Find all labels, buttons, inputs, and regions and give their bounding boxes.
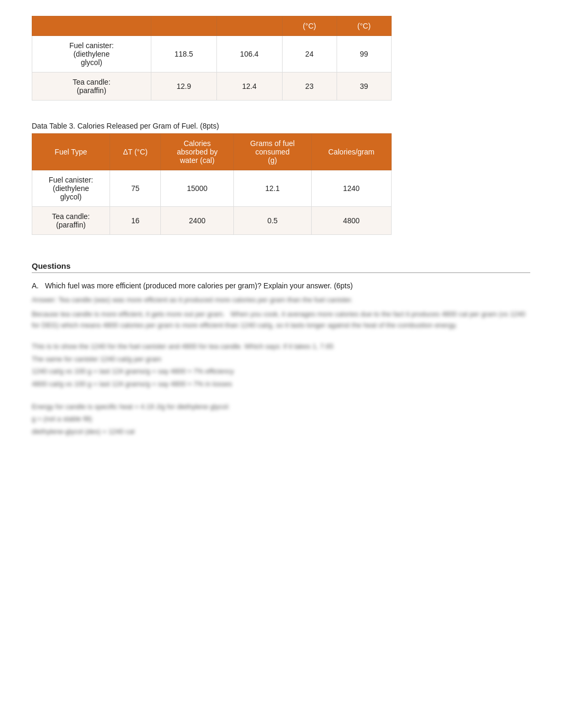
table-row: Fuel canister:(diethyleneglycol) 118.5 1… xyxy=(32,36,392,72)
table1-header-2 xyxy=(216,16,282,36)
table2-header-2: Caloriesabsorbed bywater (cal) xyxy=(161,134,234,170)
table2-cell-1-0: Tea candle:(paraffin) xyxy=(32,207,110,235)
table1-header-0 xyxy=(32,16,151,36)
table-row: Tea candle:(paraffin) 12.9 12.4 23 39 xyxy=(32,72,392,101)
table1-cell-0-4: 99 xyxy=(337,36,391,72)
table1-cell-1-3: 23 xyxy=(282,72,337,101)
table2-header-0: Fuel Type xyxy=(32,134,110,170)
blurred-calculations-2: Energy for candle is specific heat = 4.1… xyxy=(32,401,530,438)
table-row: Tea candle:(paraffin) 16 2400 0.5 4800 xyxy=(32,207,392,235)
table2-cell-0-3: 12.1 xyxy=(233,170,311,207)
question-a: A. Which fuel was more efficient (produc… xyxy=(32,280,530,331)
table1-cell-1-1: 12.9 xyxy=(151,72,216,101)
table1-header-3: (°C) xyxy=(282,16,337,36)
table-row: Fuel canister:(diethyleneglycol) 75 1500… xyxy=(32,170,392,207)
table2-cell-0-1: 75 xyxy=(110,170,160,207)
table2-cell-0-4: 1240 xyxy=(311,170,391,207)
table1-cell-0-2: 106.4 xyxy=(216,36,282,72)
table1-cell-0-0: Fuel canister:(diethyleneglycol) xyxy=(32,36,151,72)
table1: (°C) (°C) Fuel canister:(diethyleneglyco… xyxy=(32,16,392,101)
question-a-label: A. xyxy=(32,281,43,290)
table2-cell-0-0: Fuel canister:(diethyleneglycol) xyxy=(32,170,110,207)
table1-cell-0-1: 118.5 xyxy=(151,36,216,72)
table1-header-1 xyxy=(151,16,216,36)
table1-cell-1-4: 39 xyxy=(337,72,391,101)
table1-header-4: (°C) xyxy=(337,16,391,36)
answer-a-blurred-1: Answer: Tea candle (wax) was more effici… xyxy=(32,295,530,306)
table2-cell-1-2: 2400 xyxy=(161,207,234,235)
table2-header-1: ΔT (°C) xyxy=(110,134,160,170)
question-a-text: Which fuel was more efficient (produced … xyxy=(45,281,353,290)
blurred-calculations-1: This is to show the 1240 for the fuel ca… xyxy=(32,340,530,390)
table1-cell-1-2: 12.4 xyxy=(216,72,282,101)
table2-caption: Data Table 3. Calories Released per Gram… xyxy=(32,122,530,130)
table2-header-4: Calories/gram xyxy=(311,134,391,170)
table1-cell-1-0: Tea candle:(paraffin) xyxy=(32,72,151,101)
table2-header-3: Grams of fuelconsumed(g) xyxy=(233,134,311,170)
table1-cell-0-3: 24 xyxy=(282,36,337,72)
table2-cell-1-1: 16 xyxy=(110,207,160,235)
table2-cell-1-4: 4800 xyxy=(311,207,391,235)
table2-wrapper: Data Table 3. Calories Released per Gram… xyxy=(32,122,530,235)
table2-cell-0-2: 15000 xyxy=(161,170,234,207)
table2-cell-1-3: 0.5 xyxy=(233,207,311,235)
questions-title: Questions xyxy=(32,261,530,273)
answer-a-blurred-2: Because tea candle is more efficient, it… xyxy=(32,309,530,331)
table1-wrapper: (°C) (°C) Fuel canister:(diethyleneglyco… xyxy=(32,16,530,101)
questions-section: Questions A. Which fuel was more efficie… xyxy=(32,261,530,438)
table2: Fuel Type ΔT (°C) Caloriesabsorbed bywat… xyxy=(32,133,392,235)
